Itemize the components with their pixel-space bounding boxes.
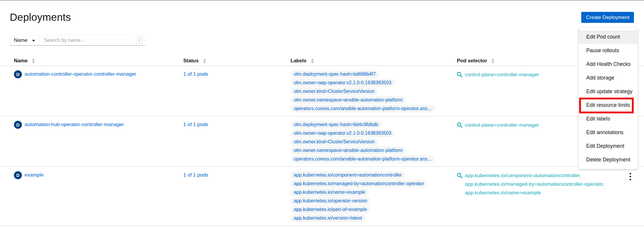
search-icon bbox=[457, 173, 462, 178]
filter-toolbar: Name / bbox=[10, 35, 146, 46]
kebab-icon bbox=[629, 173, 631, 180]
menu-item-add-health-checks[interactable]: Add Health Checks bbox=[579, 58, 638, 71]
column-header-label: Name bbox=[14, 58, 28, 64]
label-chip[interactable]: olm.deployment-spec-hash=6d4c9fdbdb bbox=[290, 121, 381, 128]
column-header-label: Labels bbox=[290, 58, 306, 64]
labels-list: olm.deployment-spec-hash=bd696b4f7olm.ow… bbox=[290, 70, 457, 112]
label-chip[interactable]: operators.coreos.com/ansible-automation-… bbox=[290, 105, 435, 112]
menu-item-add-storage[interactable]: Add storage bbox=[579, 71, 638, 85]
label-chip[interactable]: app.kubernetes.io/operator-version bbox=[290, 197, 370, 205]
deployment-resource-badge: D bbox=[14, 121, 22, 129]
label-chip[interactable]: operators.coreos.com/ansible-automation-… bbox=[290, 155, 435, 163]
column-header-labels[interactable]: Labels bbox=[290, 58, 457, 64]
filter-attribute-dropdown[interactable]: Name bbox=[10, 35, 39, 46]
labels-list: olm.deployment-spec-hash=6d4c9fdbdbolm.o… bbox=[290, 121, 457, 163]
menu-item-edit-labels[interactable]: Edit labels bbox=[579, 112, 638, 126]
label-chip[interactable]: app.kubernetes.io/managed-by=automationc… bbox=[290, 180, 427, 188]
deployment-name-link[interactable]: example bbox=[25, 171, 44, 179]
label-chip[interactable]: app.kubernetes.io/version=latest bbox=[290, 214, 365, 222]
search-input[interactable] bbox=[44, 37, 134, 44]
deployment-name-link[interactable]: automation-controller-operator-controlle… bbox=[25, 70, 136, 78]
search-icon bbox=[457, 72, 462, 77]
menu-item-edit-deployment[interactable]: Edit Deployment bbox=[579, 139, 638, 153]
deployment-resource-badge: D bbox=[14, 171, 22, 179]
pod-selector-cell: app.kubernetes.io/component=automationco… bbox=[457, 171, 644, 197]
table-header-row: NameStatusLabelsPod selector bbox=[0, 56, 644, 66]
label-chip[interactable]: app.kubernetes.io/component=automationco… bbox=[290, 171, 405, 179]
kebab-menu-button[interactable] bbox=[627, 172, 634, 181]
deployment-name-link[interactable]: automation-hub-operator-controller-manag… bbox=[25, 121, 124, 128]
table-row: Dexample1 of 1 podsapp.kubernetes.io/com… bbox=[0, 167, 644, 226]
label-chip[interactable]: app.kubernetes.io/name=example bbox=[290, 188, 369, 196]
pods-status-link[interactable]: 1 of 1 pods bbox=[183, 172, 208, 178]
label-chip[interactable]: olm.owner.kind=ClusterServiceVersion bbox=[290, 138, 378, 146]
pods-status-link[interactable]: 1 of 1 pods bbox=[183, 122, 208, 127]
label-chip[interactable]: olm.owner=aap-operator.v2.1.0-0.16383935… bbox=[290, 79, 395, 87]
pod-selector-link[interactable]: control-plane=controller-manager bbox=[465, 121, 539, 129]
pods-status-link[interactable]: 1 of 1 pods bbox=[183, 71, 208, 77]
label-chip[interactable]: app.kubernetes.io/part-of=example bbox=[290, 206, 370, 213]
deployment-resource-badge: D bbox=[14, 70, 22, 78]
label-chip[interactable]: olm.owner.namespace=ansible-automation-p… bbox=[290, 147, 406, 154]
search-field-wrapper: / bbox=[39, 35, 146, 46]
pod-selector-link[interactable]: app.kubernetes.io/managed-by=automationc… bbox=[465, 180, 604, 188]
table-row: Dautomation-controller-operator-controll… bbox=[0, 66, 644, 116]
table-row: Dautomation-hub-operator-controller-mana… bbox=[0, 116, 644, 167]
label-chip[interactable]: olm.owner=aap-operator.v2.1.0-0.16383935… bbox=[290, 129, 395, 137]
keyboard-shortcut-badge: / bbox=[136, 36, 143, 44]
create-deployment-button[interactable]: Create Deployment bbox=[581, 12, 634, 23]
pod-selector-link[interactable]: app.kubernetes.io/name=example bbox=[465, 188, 604, 197]
page-title: Deployments bbox=[10, 11, 71, 23]
menu-item-pause-rollouts[interactable]: Pause rollouts bbox=[579, 44, 638, 58]
filter-attribute-label: Name bbox=[14, 37, 27, 43]
menu-item-delete-deployment[interactable]: Delete Deployment bbox=[579, 153, 638, 167]
label-chip[interactable]: olm.deployment-spec-hash=bd696b4f7 bbox=[290, 70, 379, 78]
labels-list: app.kubernetes.io/component=automationco… bbox=[290, 171, 457, 222]
pod-selector-link[interactable]: control-plane=controller-manager bbox=[465, 70, 539, 79]
menu-item-edit-pod-count[interactable]: Edit Pod count bbox=[579, 30, 638, 44]
column-header-label: Pod selector bbox=[457, 58, 487, 64]
search-icon bbox=[457, 122, 462, 128]
column-header-name[interactable]: Name bbox=[0, 58, 183, 64]
column-header-status[interactable]: Status bbox=[183, 58, 290, 64]
deployments-table: NameStatusLabelsPod selector Dautomation… bbox=[0, 56, 644, 226]
sort-icon[interactable] bbox=[491, 58, 495, 64]
masthead-divider bbox=[0, 0, 644, 1]
chevron-down-icon bbox=[32, 37, 35, 43]
label-chip[interactable]: olm.owner.kind=ClusterServiceVersion bbox=[290, 88, 378, 95]
menu-item-edit-update-strategy[interactable]: Edit update strategy bbox=[579, 85, 638, 99]
sort-icon[interactable] bbox=[311, 58, 314, 64]
pod-selector-link[interactable]: app.kubernetes.io/component=automationco… bbox=[465, 171, 604, 180]
column-header-label: Status bbox=[183, 58, 199, 64]
actions-dropdown-menu: Edit Pod countPause rolloutsAdd Health C… bbox=[579, 28, 638, 169]
sort-icon[interactable] bbox=[32, 58, 35, 64]
menu-item-edit-annotations[interactable]: Edit annotations bbox=[579, 126, 638, 139]
label-chip[interactable]: olm.owner.namespace=ansible-automation-p… bbox=[290, 96, 406, 104]
menu-item-edit-resource-limits[interactable]: Edit resource limits bbox=[579, 99, 638, 112]
sort-icon[interactable] bbox=[203, 58, 206, 64]
